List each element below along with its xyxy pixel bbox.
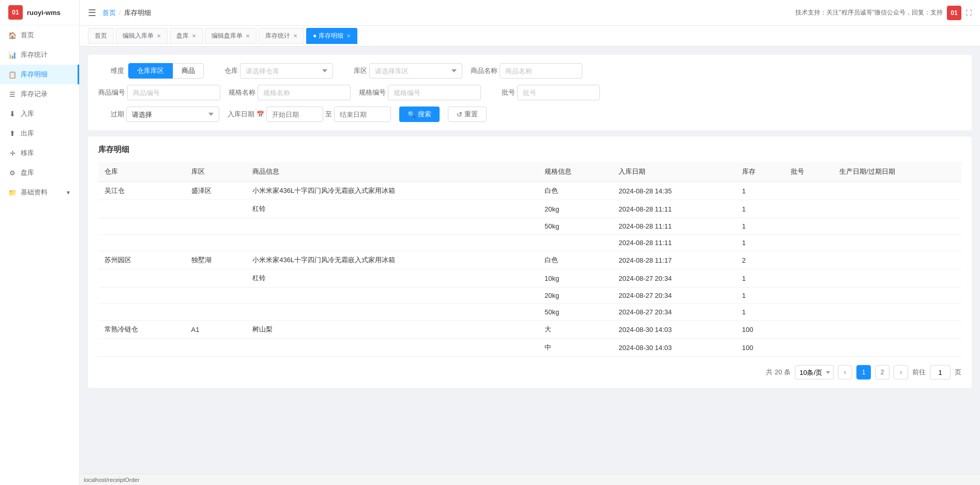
menu-icon[interactable]: ☰ bbox=[88, 7, 96, 19]
tab-inventory-detail[interactable]: ● 库存明细 ✕ bbox=[306, 28, 357, 44]
col-header-spec: 规格信息 bbox=[538, 162, 612, 182]
page-2-button[interactable]: 2 bbox=[875, 365, 889, 380]
date-end-input[interactable] bbox=[334, 107, 391, 122]
spec-code-input[interactable] bbox=[388, 85, 481, 100]
reset-button[interactable]: ↺ 重置 bbox=[448, 107, 487, 122]
sidebar-item-basic-data[interactable]: 📁 基础资料 ▼ bbox=[0, 183, 79, 202]
cell-stock: 2 bbox=[736, 251, 785, 269]
sidebar: 01 ruoyi-wms 🏠 首页 📊 库存统计 📋 库存明细 ☰ 库存记录 ⬇ bbox=[0, 0, 80, 485]
date-separator: 至 bbox=[325, 110, 332, 119]
table-row: 中 2024-08-30 14:03 100 bbox=[98, 339, 961, 357]
product-code-input[interactable] bbox=[127, 85, 220, 100]
sidebar-item-inventory-detail[interactable]: 📋 库存明细 bbox=[0, 65, 79, 84]
sidebar-item-inventory-records[interactable]: ☰ 库存记录 bbox=[0, 84, 79, 104]
cell-prod-exp bbox=[833, 269, 961, 287]
sidebar-item-stocktake[interactable]: ⚙ 盘库 bbox=[0, 163, 79, 183]
sidebar-item-transfer[interactable]: ✛ 移库 bbox=[0, 143, 79, 163]
tab-inventory-detail-close[interactable]: ✕ bbox=[346, 33, 351, 39]
cell-stock: 100 bbox=[736, 321, 785, 339]
reset-button-label: 重置 bbox=[464, 110, 478, 119]
cell-product bbox=[246, 287, 538, 304]
sidebar-item-records-label: 库存记录 bbox=[21, 89, 48, 99]
cell-prod-exp bbox=[833, 287, 961, 304]
expired-label: 过期 bbox=[98, 110, 124, 119]
page-jump-input[interactable] bbox=[930, 365, 951, 380]
dimension-buttons: 仓库库区 商品 bbox=[128, 63, 204, 79]
tab-inbound[interactable]: 编辑入库单 ✕ bbox=[116, 28, 168, 44]
zone-select[interactable]: 请选择库区 bbox=[369, 63, 462, 79]
tab-inventory-stats-close[interactable]: ✕ bbox=[293, 33, 297, 39]
sidebar-item-inbound[interactable]: ⬇ 入库 bbox=[0, 104, 79, 124]
topbar-expand-icon[interactable]: ⛶ bbox=[966, 9, 972, 17]
col-header-batch: 批号 bbox=[785, 162, 833, 182]
tab-inventory[interactable]: 盘库 ✕ bbox=[170, 28, 203, 44]
reset-icon: ↺ bbox=[457, 111, 462, 118]
product-name-input[interactable] bbox=[500, 63, 582, 79]
sidebar-app-name: ruoyi-wms bbox=[27, 9, 61, 17]
spec-name-input[interactable] bbox=[258, 85, 351, 100]
topbar-left: ☰ 首页 / 库存明细 bbox=[88, 7, 151, 19]
cell-batch bbox=[785, 182, 833, 200]
tab-inventory-label: 盘库 bbox=[176, 32, 189, 40]
tab-inbound-close[interactable]: ✕ bbox=[157, 33, 161, 39]
table-body: 吴江仓 盛泽区 小米米家436L十字四门风冷无霜嵌入式家用冰箱 白色 2024-… bbox=[98, 182, 961, 357]
sidebar-item-basic-data-label: 基础资料 bbox=[21, 188, 48, 197]
cell-zone bbox=[185, 304, 247, 321]
cell-warehouse bbox=[98, 304, 185, 321]
tab-edit-inventory-close[interactable]: ✕ bbox=[246, 33, 250, 39]
cell-zone bbox=[185, 200, 247, 218]
table-row: 50kg 2024-08-27 20:34 1 bbox=[98, 304, 961, 321]
dim-btn-product[interactable]: 商品 bbox=[173, 63, 204, 79]
page-size-select[interactable]: 10条/页 20条/页 50条/页 bbox=[795, 365, 834, 380]
page-1-button[interactable]: 1 bbox=[856, 365, 871, 380]
warehouse-label: 仓库 bbox=[212, 66, 238, 75]
col-header-zone: 库区 bbox=[185, 162, 247, 182]
breadcrumb-home[interactable]: 首页 bbox=[102, 8, 116, 18]
warehouse-select[interactable]: 请选择仓库 bbox=[240, 63, 333, 79]
search-panel: 维度 仓库库区 商品 仓库 请选择仓库 库区 bbox=[88, 55, 972, 130]
sidebar-item-inventory-stats[interactable]: 📊 库存统计 bbox=[0, 45, 79, 65]
sidebar-item-detail-label: 库存明细 bbox=[21, 70, 48, 79]
tab-inbound-label: 编辑入库单 bbox=[123, 32, 154, 40]
warehouse-field: 仓库 请选择仓库 bbox=[212, 63, 333, 79]
sidebar-item-outbound[interactable]: ⬆ 出库 bbox=[0, 124, 79, 143]
topbar: ☰ 首页 / 库存明细 技术支持：关注"程序员诚哥"微信公众号，回复：支持 01… bbox=[80, 0, 980, 26]
cell-prod-exp bbox=[833, 218, 961, 235]
pagination-total: 共 20 条 bbox=[766, 368, 791, 377]
cell-spec: 中 bbox=[538, 339, 612, 357]
cell-spec: 50kg bbox=[538, 304, 612, 321]
product-code-label: 商品编号 bbox=[98, 88, 125, 97]
tab-home[interactable]: 首页 bbox=[88, 28, 114, 44]
cell-warehouse: 常熟冷链仓 bbox=[98, 321, 185, 339]
expired-select[interactable]: 请选择 bbox=[126, 107, 219, 122]
date-range: 📅 至 bbox=[257, 107, 391, 122]
cell-spec bbox=[538, 235, 612, 251]
cell-zone bbox=[185, 235, 247, 251]
cell-batch bbox=[785, 304, 833, 321]
sidebar-item-home[interactable]: 🏠 首页 bbox=[0, 25, 79, 45]
cell-product: 小米米家436L十字四门风冷无霜嵌入式家用冰箱 bbox=[246, 251, 538, 269]
batch-input[interactable] bbox=[517, 85, 600, 100]
page-prev-button[interactable]: ‹ bbox=[838, 365, 852, 380]
search-button[interactable]: 🔍 搜索 bbox=[399, 107, 440, 122]
cell-product: 小米米家436L十字四门风冷无霜嵌入式家用冰箱 bbox=[246, 182, 538, 200]
product-code-field: 商品编号 bbox=[98, 85, 220, 100]
dim-btn-warehouse-zone[interactable]: 仓库库区 bbox=[128, 63, 173, 79]
cell-spec: 10kg bbox=[538, 269, 612, 287]
tab-inventory-stats[interactable]: 库存统计 ✕ bbox=[259, 28, 304, 44]
stats-icon: 📊 bbox=[8, 51, 17, 59]
cell-stock: 1 bbox=[736, 235, 785, 251]
col-header-stock: 库存 bbox=[736, 162, 785, 182]
detail-icon: 📋 bbox=[8, 71, 17, 79]
table-row: 杠铃 10kg 2024-08-27 20:34 1 bbox=[98, 269, 961, 287]
sidebar-item-outbound-label: 出库 bbox=[21, 129, 34, 138]
cell-date: 2024-08-30 14:03 bbox=[612, 321, 736, 339]
tab-edit-inventory[interactable]: 编辑盘库单 ✕ bbox=[205, 28, 257, 44]
cell-warehouse bbox=[98, 339, 185, 357]
page-next-button[interactable]: › bbox=[894, 365, 908, 380]
spec-name-field: 规格名称 bbox=[229, 85, 351, 100]
cell-batch bbox=[785, 200, 833, 218]
cell-stock: 1 bbox=[736, 287, 785, 304]
tab-inventory-close[interactable]: ✕ bbox=[192, 33, 196, 39]
date-start-input[interactable] bbox=[266, 107, 323, 122]
